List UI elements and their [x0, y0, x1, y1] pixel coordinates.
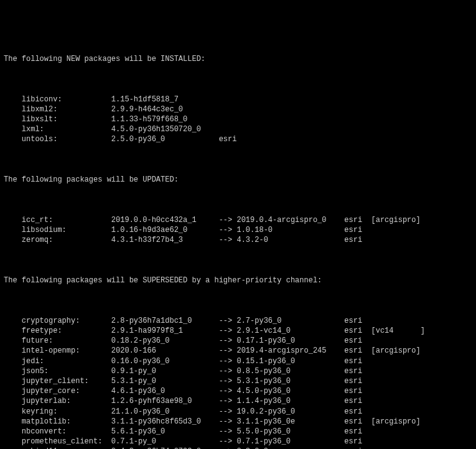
updated-header: The following packages will be UPDATED: [4, 175, 476, 185]
installed-header: The following NEW packages will be INSTA… [4, 54, 476, 64]
package-line: jupyterlab: 1.2.6-pyhf63ae98_0 --> 1.1.4… [4, 396, 476, 406]
updated-packages: icc_rt: 2019.0.0-h0cc432a_1 --> 2019.0.4… [4, 215, 476, 246]
package-line: freetype: 2.9.1-ha9979f8_1 --> 2.9.1-vc1… [4, 326, 476, 336]
superseded-packages: cryptography: 2.8-py36h7a1dbc1_0 --> 2.7… [4, 316, 476, 449]
superseded-header: The following packages will be SUPERSEDE… [4, 275, 476, 285]
package-line: prometheus_client: 0.7.1-py_0 --> 0.7.1-… [4, 437, 476, 447]
package-line: jupyter_client: 5.3.1-py_0 --> 5.3.1-py3… [4, 376, 476, 386]
package-line: untools: 2.5.0-py36_0 esri [4, 134, 476, 144]
package-line: keyring: 21.1.0-py36_0 --> 19.0.2-py36_0… [4, 407, 476, 417]
package-line: zeromq: 4.3.1-h33f27b4_3 --> 4.3.2-0 esr… [4, 235, 476, 245]
package-line: libxslt: 1.1.33-h579f668_0 [4, 114, 476, 124]
package-line: libxml2: 2.9.9-h464c3ec_0 [4, 104, 476, 114]
package-line: matplotlib: 3.1.1-py36hc8f65d3_0 --> 3.1… [4, 417, 476, 427]
installed-packages: libiconv: 1.15-h1df5818_7 libxml2: 2.9.9… [4, 95, 476, 145]
package-line: intel-openmp: 2020.0-166 --> 2019.4-arcg… [4, 346, 476, 356]
package-line: jupyter_core: 4.6.1-py36_0 --> 4.5.0-py3… [4, 386, 476, 396]
package-line: nbconvert: 5.6.1-py36_0 --> 5.5.0-py36_0… [4, 427, 476, 437]
package-line: libiconv: 1.15-h1df5818_7 [4, 95, 476, 104]
terminal-output: The following NEW packages will be INSTA… [4, 44, 476, 449]
package-line: cryptography: 2.8-py36h7a1dbc1_0 --> 2.7… [4, 316, 476, 326]
package-line: icc_rt: 2019.0.0-h0cc432a_1 --> 2019.0.4… [4, 215, 476, 225]
package-line: jedi: 0.16.0-py36_0 --> 0.15.1-py36_0 es… [4, 356, 476, 366]
package-line: json5: 0.9.1-py_0 --> 0.8.5-py36_0 esri [4, 366, 476, 376]
package-line: libsodium: 1.0.16-h9d3ae62_0 --> 1.0.18-… [4, 225, 476, 235]
package-line: pybind11: 2.4.3-py36h74a9793_0 --> 2.3.0… [4, 447, 476, 449]
package-line: future: 0.18.2-py36_0 --> 0.17.1-py36_0 … [4, 336, 476, 346]
package-line: lxml: 4.5.0-py36h1350720_0 [4, 124, 476, 134]
